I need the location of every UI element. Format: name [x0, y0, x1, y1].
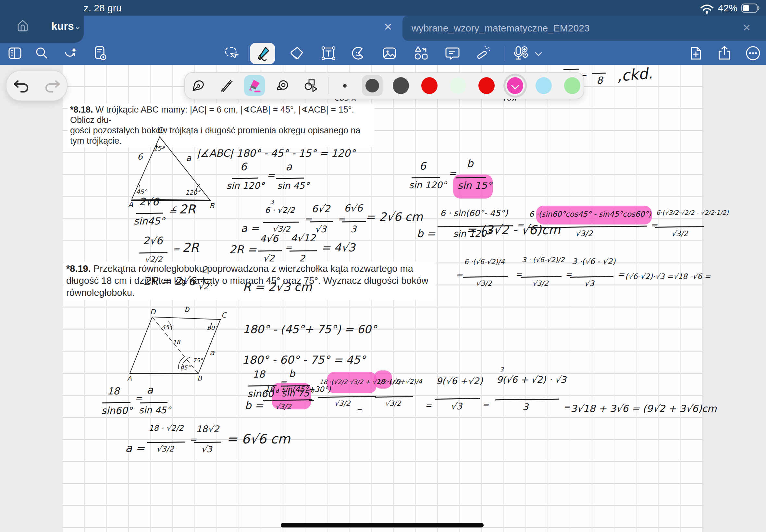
- handwriting: √3: [201, 445, 212, 454]
- handwriting: 2R: [182, 241, 199, 254]
- handwriting: 9(√6 +√2): [436, 376, 483, 386]
- pointer-wand-icon[interactable]: [475, 45, 492, 62]
- color-swatch[interactable]: [479, 77, 495, 94]
- handwriting: 2: [299, 254, 305, 263]
- handwriting: a: [147, 385, 153, 396]
- redo-icon[interactable]: [43, 79, 60, 93]
- handwriting: b =: [245, 400, 263, 411]
- handwriting: =: [456, 271, 463, 279]
- tab-document-label[interactable]: wybrane_wzory_matematyczne_EM2023: [412, 23, 590, 34]
- undo-redo-pill: [6, 70, 67, 101]
- problem-8-18-number: *8.18.: [70, 105, 93, 115]
- home-indicator[interactable]: [281, 523, 484, 527]
- handwriting: 2R =: [229, 244, 257, 256]
- search-icon[interactable]: [33, 45, 50, 62]
- handwriting: =: [449, 169, 456, 178]
- tab-kurs-close-icon[interactable]: ✕: [384, 21, 393, 33]
- sidebar-icon[interactable]: [6, 45, 23, 62]
- handwriting: 3 · (√6-√2)/2: [522, 256, 565, 263]
- handwriting: 2R = 2√6 ·: [143, 276, 202, 287]
- svg-text:A: A: [128, 200, 133, 209]
- fountain-pen-tool[interactable]: [188, 75, 208, 96]
- battery-percent: 42%: [718, 3, 737, 14]
- svg-text:a: a: [186, 153, 191, 163]
- handwriting: =: [482, 401, 489, 409]
- handwriting: (√6-√2)·√3 =√18 -√6 =: [625, 272, 711, 280]
- tape-tool[interactable]: [272, 75, 293, 96]
- handwriting: 6 ·(√6-√2)/4: [464, 258, 505, 265]
- undo-icon[interactable]: [13, 79, 30, 93]
- color-swatch[interactable]: [421, 77, 438, 94]
- record-chevron-icon[interactable]: [534, 51, 543, 57]
- handwriting: √3/2: [156, 445, 174, 453]
- handwriting: 18 · sin(45°+30°): [265, 385, 331, 393]
- record-audio-icon[interactable]: [512, 45, 529, 62]
- handwriting: √2/2: [145, 256, 162, 264]
- color-swatch[interactable]: [450, 77, 466, 94]
- handwriting: =: [267, 170, 275, 180]
- handwriting: a: [286, 162, 292, 173]
- handwriting: √3/2: [334, 400, 350, 407]
- home-icon[interactable]: [16, 18, 30, 32]
- stroke-size-small[interactable]: [334, 75, 355, 96]
- handwriting: =: [173, 245, 180, 253]
- pencil-tool[interactable]: [216, 75, 237, 96]
- add-page-icon[interactable]: [687, 45, 704, 62]
- handwriting: √2: [198, 282, 209, 291]
- handwriting: 2R: [179, 203, 196, 216]
- color-swatch[interactable]: [393, 77, 409, 94]
- color-swatch[interactable]: [536, 77, 552, 94]
- handwriting: 8: [597, 75, 603, 86]
- stroke-size-large[interactable]: [362, 75, 383, 96]
- color-swatch[interactable]: [564, 77, 580, 94]
- svg-text:45°: 45°: [162, 324, 173, 331]
- svg-text:a: a: [210, 348, 215, 357]
- handwriting: 18 ·(√6+√2)/4: [376, 378, 422, 385]
- handwriting: 3√18 + 3√6 = (9√2 + 3√6)cm: [571, 404, 717, 414]
- tab-kurs-chevron-icon[interactable]: ⌄: [74, 21, 81, 31]
- handwriting: 18√2: [196, 424, 219, 434]
- handwriting: 4√6: [260, 234, 278, 244]
- handwriting: 3: [350, 224, 356, 234]
- svg-text:A: A: [127, 374, 132, 382]
- shapes-icon[interactable]: [413, 45, 430, 62]
- page-overview-icon[interactable]: [91, 45, 108, 62]
- highlighter-tool[interactable]: [244, 75, 265, 96]
- handwriting: √3: [451, 402, 462, 411]
- handwriting: = 4√3: [321, 242, 355, 254]
- sticker-icon[interactable]: [350, 45, 367, 62]
- handwriting: √3/2: [575, 230, 593, 238]
- svg-text:6: 6: [137, 152, 143, 162]
- shape-recognition-tool[interactable]: [300, 75, 321, 96]
- handwriting: =: [356, 407, 362, 414]
- handwriting: 3: [270, 199, 273, 205]
- svg-text:18: 18: [173, 339, 180, 345]
- lasso-icon[interactable]: [223, 45, 239, 62]
- handwriting: 2√6: [139, 197, 159, 208]
- handwriting: 180° - 60° - 75° = 45°: [242, 354, 366, 366]
- wifi-icon: [700, 4, 714, 14]
- share-icon[interactable]: [716, 45, 733, 62]
- tab-kurs[interactable]: kurs: [51, 20, 74, 32]
- problem-8-19-number: *8.19.: [66, 263, 91, 274]
- text-icon[interactable]: [320, 45, 337, 62]
- image-icon[interactable]: [381, 45, 398, 62]
- eraser-icon[interactable]: [288, 45, 305, 62]
- handwriting: =: [169, 206, 176, 216]
- toolbar-divider: [248, 46, 249, 61]
- handwriting: sin60°: [101, 405, 132, 416]
- handwriting: 3: [523, 402, 529, 412]
- handwriting: R = 2√3 cm: [243, 281, 312, 293]
- color-swatch[interactable]: [507, 77, 523, 94]
- handwriting: =: [564, 403, 570, 411]
- flashcard-icon[interactable]: [444, 45, 461, 62]
- handwriting: b: [289, 369, 295, 379]
- svg-text:B: B: [209, 202, 215, 210]
- more-icon[interactable]: [745, 45, 761, 62]
- svg-text:C: C: [221, 311, 227, 319]
- tab-document-close-icon[interactable]: ✕: [743, 22, 751, 33]
- handwriting: 6√6: [344, 203, 362, 213]
- pen-icon[interactable]: [254, 45, 271, 62]
- ai-rearrange-icon[interactable]: [62, 45, 79, 62]
- handwriting: = (3√2 - √6)cm: [466, 224, 560, 237]
